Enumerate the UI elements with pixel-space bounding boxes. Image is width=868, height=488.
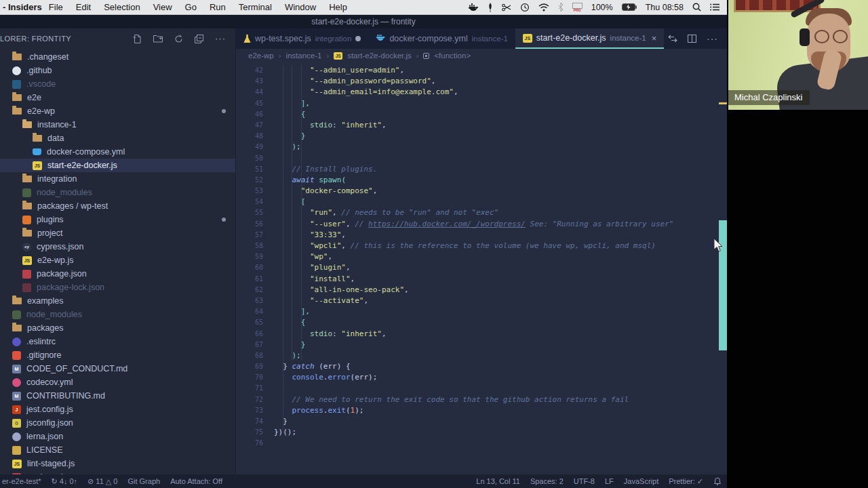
refresh-icon[interactable] [174, 35, 183, 43]
menu-item-file[interactable]: File [49, 2, 63, 12]
code-line[interactable]: 57 "33:33", [236, 230, 716, 241]
indentation-item[interactable]: Spaces: 2 [530, 477, 564, 485]
code-line[interactable]: 47 stdio: "inherit", [236, 120, 716, 131]
code-line[interactable]: 48 } [236, 131, 716, 142]
keyboard-layout-flag-icon[interactable]: PRO [572, 3, 583, 12]
new-file-icon[interactable] [133, 35, 142, 43]
code-line[interactable]: 76 [236, 438, 716, 449]
language-mode-item[interactable]: JavaScript [624, 477, 658, 485]
code-line[interactable]: 71 [236, 383, 716, 394]
code-line[interactable]: 61 "install", [236, 274, 716, 285]
menu-item-help[interactable]: Help [329, 2, 347, 12]
auto-attach-item[interactable]: Auto Attach: Off [170, 477, 222, 485]
tree-item[interactable]: examples [0, 294, 235, 308]
tree-item[interactable]: MCODE_OF_CONDUCT.md [0, 362, 235, 375]
mongodb-icon[interactable] [488, 3, 493, 12]
split-editor-icon[interactable] [688, 35, 696, 43]
problems-item[interactable]: ⊘ 11 △ 0 [87, 477, 117, 486]
menu-item-window[interactable]: Window [285, 2, 316, 12]
bluetooth-icon[interactable] [558, 3, 564, 12]
code-line[interactable]: 60 "plugin", [236, 262, 716, 273]
code-editor[interactable]: 42 "--admin_user=admin",43 "--admin_pass… [236, 62, 727, 474]
tree-item[interactable]: .github [0, 64, 235, 77]
eol-item[interactable]: LF [605, 477, 614, 485]
code-line[interactable]: 69 } catch (err) { [236, 361, 716, 372]
tree-item[interactable]: Jjest.config.js [0, 403, 235, 416]
notifications-bell-icon[interactable] [713, 477, 722, 485]
code-line[interactable]: 75})(); [236, 427, 716, 438]
encoding-item[interactable]: UTF-8 [574, 477, 595, 485]
notification-center-icon[interactable] [710, 3, 720, 11]
code-line[interactable]: 42 "--admin_user=admin", [236, 65, 716, 76]
code-line[interactable]: 59 "wp", [236, 251, 716, 262]
code-line[interactable]: 49 ); [236, 142, 716, 152]
menu-item-view[interactable]: View [153, 2, 172, 12]
code-line[interactable]: 72 // We need to return the exit code so… [236, 394, 716, 405]
tree-item[interactable]: .changeset [0, 50, 235, 64]
breadcrumb-item[interactable]: start-e2e-docker.js [347, 52, 412, 60]
tree-item[interactable]: JSstart-e2e-docker.js [0, 159, 235, 172]
menu-app-name[interactable]: - Insiders [3, 2, 42, 12]
code-line[interactable]: 58 "wpcli", // this is the reference to … [236, 241, 716, 251]
code-line[interactable]: 56 "--user", // https://hub.docker.com/_… [236, 219, 716, 230]
tree-item[interactable]: JSlint-staged.js [0, 457, 235, 470]
tree-item[interactable]: node_modules [0, 186, 235, 199]
collapse-folders-icon[interactable] [195, 35, 203, 43]
code-line[interactable]: 63 "--activate", [236, 296, 716, 306]
menu-clock[interactable]: Thu 08:58 [646, 3, 684, 12]
tree-item[interactable]: integration [0, 172, 235, 186]
tab-start-e2e-docker[interactable]: JS start-e2e-docker.js instance-1 × [515, 28, 664, 49]
scissors-icon[interactable] [502, 3, 511, 12]
more-actions-icon[interactable]: ··· [707, 37, 718, 41]
tree-item[interactable]: lerna.json [0, 430, 235, 443]
git-sync-item[interactable]: ↻ 4↓ 0↑ [51, 477, 77, 486]
code-line[interactable]: 62 "all-in-one-seo-pack", [236, 285, 716, 296]
tree-item[interactable]: project [0, 226, 235, 240]
prettier-item[interactable]: Prettier: ✓ [669, 477, 703, 486]
tree-item[interactable]: package-lock.json [0, 281, 235, 294]
tree-item[interactable]: node_modules [0, 308, 235, 321]
tab-wp-test-spec[interactable]: wp-test.spec.js integration [236, 28, 368, 49]
code-line[interactable]: 43 "--admin_password=password", [236, 76, 716, 87]
code-line[interactable]: 46 { [236, 109, 716, 120]
tree-item[interactable]: data [0, 131, 235, 145]
docker-icon[interactable] [468, 3, 479, 12]
tree-item[interactable]: .vscode [0, 77, 235, 91]
tree-item[interactable]: plugins [0, 213, 235, 226]
tree-item[interactable]: packages / wp-test [0, 199, 235, 213]
tree-item[interactable]: packages [0, 321, 235, 335]
tab-docker-compose[interactable]: docker-compose.yml instance-1 [368, 28, 515, 49]
breadcrumb-item[interactable]: e2e-wp [248, 52, 274, 60]
code-line[interactable]: 66 stdio: "inherit", [236, 329, 716, 340]
tree-item[interactable]: LICENSE [0, 443, 235, 457]
battery-percent[interactable]: 100% [591, 3, 613, 12]
code-line[interactable]: 52 await spawn( [236, 175, 716, 186]
tree-item[interactable]: e2e-wp [0, 104, 235, 118]
code-line[interactable]: 55 "run", // needs to be "run" and not "… [236, 207, 716, 218]
menu-item-terminal[interactable]: Terminal [239, 2, 272, 12]
breadcrumb-item[interactable]: <function> [434, 52, 471, 60]
close-tab-icon[interactable]: × [652, 33, 657, 43]
menu-item-selection[interactable]: Selection [104, 2, 140, 12]
code-line[interactable]: 51 // Install plugins. [236, 164, 716, 175]
breadcrumb-item[interactable]: instance-1 [285, 52, 321, 60]
spotlight-search-icon[interactable] [692, 3, 701, 12]
git-graph-item[interactable]: Git Graph [127, 477, 160, 485]
modified-dot-icon[interactable] [355, 36, 361, 41]
time-machine-icon[interactable] [520, 3, 530, 12]
code-line[interactable]: 44 "--admin_email=info@example.com", [236, 87, 716, 98]
tree-item[interactable]: {}jsconfig.json [0, 416, 235, 430]
wifi-icon[interactable] [538, 3, 549, 12]
code-line[interactable]: 67 } [236, 340, 716, 350]
tree-item[interactable]: .eslintrc [0, 335, 235, 348]
cursor-position-item[interactable]: Ln 13, Col 11 [476, 477, 520, 485]
views-more-icon[interactable]: ··· [215, 36, 226, 41]
menu-item-edit[interactable]: Edit [76, 2, 91, 12]
tree-item[interactable]: docker-compose.yml [0, 145, 235, 159]
menu-item-run[interactable]: Run [210, 2, 226, 12]
code-line[interactable]: 68 ); [236, 350, 716, 361]
tree-item[interactable]: cycypress.json [0, 240, 235, 253]
code-line[interactable]: 53 "docker-compose", [236, 186, 716, 197]
code-line[interactable]: 50 [236, 153, 716, 164]
git-branch-item[interactable]: er-e2e-test* [2, 477, 41, 485]
